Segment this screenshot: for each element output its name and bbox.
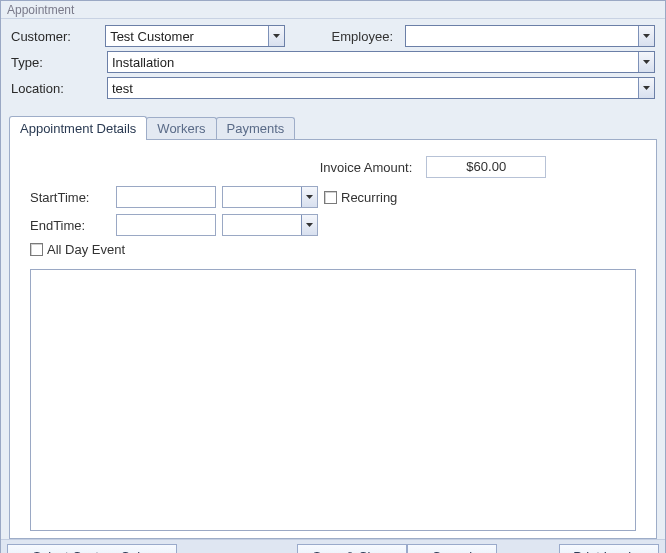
customer-value: Test Customer bbox=[106, 29, 268, 44]
location-label: Location: bbox=[11, 81, 101, 96]
chevron-down-icon[interactable] bbox=[638, 78, 654, 98]
chevron-down-icon[interactable] bbox=[268, 26, 284, 46]
svg-marker-2 bbox=[643, 60, 650, 64]
invoice-amount-label: Invoice Amount: bbox=[320, 160, 413, 175]
employee-combo[interactable] bbox=[405, 25, 655, 47]
svg-marker-0 bbox=[273, 34, 280, 38]
type-value: Installation bbox=[108, 55, 638, 70]
chevron-down-icon[interactable] bbox=[638, 26, 654, 46]
endtime-time-value bbox=[223, 215, 301, 235]
starttime-time-value bbox=[223, 187, 301, 207]
header-form: Customer: Test Customer Employee: Type: … bbox=[1, 19, 665, 109]
customer-combo[interactable]: Test Customer bbox=[105, 25, 285, 47]
tab-strip: Appointment Details Workers Payments bbox=[9, 115, 657, 139]
chevron-down-icon[interactable] bbox=[301, 187, 317, 207]
svg-marker-1 bbox=[643, 34, 650, 38]
notes-textarea[interactable] bbox=[30, 269, 636, 531]
cancel-button[interactable]: Cancel bbox=[407, 544, 497, 553]
svg-marker-4 bbox=[306, 195, 313, 199]
chevron-down-icon[interactable] bbox=[638, 52, 654, 72]
svg-marker-5 bbox=[306, 223, 313, 227]
select-custom-color-button[interactable]: Select Custom Color bbox=[7, 544, 177, 553]
endtime-time-combo[interactable] bbox=[222, 214, 318, 236]
type-label: Type: bbox=[11, 55, 101, 70]
chevron-down-icon[interactable] bbox=[301, 215, 317, 235]
allday-checkbox[interactable]: All Day Event bbox=[30, 242, 636, 257]
checkbox-icon bbox=[30, 243, 43, 256]
endtime-label: EndTime: bbox=[30, 218, 110, 233]
tab-workers[interactable]: Workers bbox=[146, 117, 216, 140]
svg-marker-3 bbox=[643, 86, 650, 90]
appointment-window: Appointment Customer: Test Customer Empl… bbox=[0, 0, 666, 553]
starttime-date-field[interactable] bbox=[116, 186, 216, 208]
tab-payments[interactable]: Payments bbox=[216, 117, 296, 140]
type-combo[interactable]: Installation bbox=[107, 51, 655, 73]
cancel-rest: ancel bbox=[441, 549, 472, 554]
starttime-label: StartTime: bbox=[30, 190, 110, 205]
location-combo[interactable]: test bbox=[107, 77, 655, 99]
employee-label: Employee: bbox=[291, 29, 399, 44]
endtime-date-field[interactable] bbox=[116, 214, 216, 236]
print-invoice-button[interactable]: Print Invoice bbox=[559, 544, 659, 553]
print-rest: rint Invoice bbox=[582, 549, 645, 554]
starttime-time-combo[interactable] bbox=[222, 186, 318, 208]
checkbox-icon bbox=[324, 191, 337, 204]
customer-label: Customer: bbox=[11, 29, 99, 44]
footer-bar: Select Custom Color Save & Close Cancel … bbox=[1, 539, 665, 553]
tab-body-details: Invoice Amount: $60.00 StartTime: Recurr… bbox=[9, 139, 657, 539]
tabs: Appointment Details Workers Payments Inv… bbox=[9, 115, 657, 539]
save-close-rest: ave & Close bbox=[321, 549, 391, 554]
window-title: Appointment bbox=[1, 1, 665, 19]
invoice-amount-field[interactable]: $60.00 bbox=[426, 156, 546, 178]
recurring-checkbox[interactable]: Recurring bbox=[324, 190, 397, 205]
recurring-label: Recurring bbox=[341, 190, 397, 205]
allday-label: All Day Event bbox=[47, 242, 125, 257]
save-close-button[interactable]: Save & Close bbox=[297, 544, 407, 553]
location-value: test bbox=[108, 81, 638, 96]
tab-appointment-details[interactable]: Appointment Details bbox=[9, 116, 147, 140]
